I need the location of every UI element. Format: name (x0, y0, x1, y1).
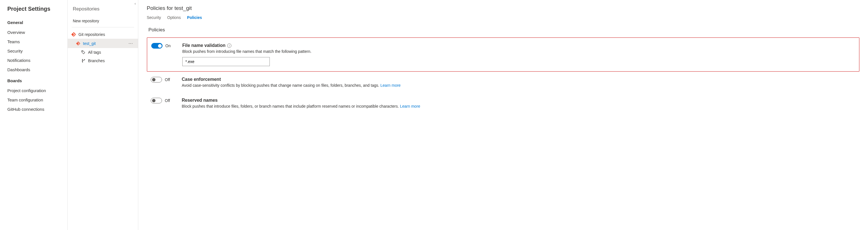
branch-icon (81, 59, 86, 63)
policy-case-enforcement: Off Case enforcement Avoid case-sensitiv… (147, 72, 860, 93)
policy-desc-text: Block pushes that introduce files, folde… (182, 104, 400, 109)
policy-file-name-validation: On File name validation i Block pushes f… (147, 37, 860, 72)
toggle-state-label: Off (165, 98, 170, 103)
policy-desc-text: Avoid case-sensitivity conflicts by bloc… (182, 83, 380, 88)
nav-item-dashboards[interactable]: Dashboards (4, 65, 63, 74)
file-name-pattern-input[interactable] (182, 57, 270, 66)
info-icon[interactable]: i (227, 44, 231, 48)
toggle-state-label: Off (165, 78, 170, 82)
toggle-file-name-validation[interactable] (151, 43, 162, 49)
tab-security[interactable]: Security (147, 15, 161, 21)
tree-label: Git repositories (79, 32, 134, 37)
nav-item-teams[interactable]: Teams (4, 37, 63, 46)
nav-group-general: General (4, 20, 63, 25)
tab-bar: Security Options Policies (147, 15, 860, 21)
divider (72, 27, 134, 27)
repository-tree: Git repositories test_git ⋯ All tags Bra… (68, 29, 138, 65)
policy-name: Case enforcement (182, 77, 856, 82)
learn-more-link[interactable]: Learn more (380, 83, 401, 88)
toggle-state-label: On (165, 44, 171, 48)
policies-section-title: Policies (148, 27, 860, 33)
policy-name: Reserved names (182, 98, 856, 103)
policy-description: Avoid case-sensitivity conflicts by bloc… (182, 83, 856, 88)
policy-name-text: Reserved names (182, 98, 218, 103)
nav-item-notifications[interactable]: Notifications (4, 56, 63, 65)
tree-repo-test-git[interactable]: test_git ⋯ (68, 39, 138, 48)
toggle-case-enforcement[interactable] (151, 77, 162, 83)
tree-root-git-repositories[interactable]: Git repositories (68, 30, 138, 39)
nav-item-github-connections[interactable]: GitHub connections (4, 105, 63, 114)
git-icon (71, 32, 76, 37)
more-options-icon[interactable]: ⋯ (127, 41, 134, 46)
tab-options[interactable]: Options (167, 15, 181, 21)
policies-for-title: Policies for test_git (147, 5, 860, 11)
collapse-panel-icon[interactable]: ‹ (134, 2, 136, 6)
policy-name: File name validation i (182, 43, 855, 48)
tab-policies[interactable]: Policies (187, 15, 202, 21)
tree-label: Branches (88, 58, 134, 63)
learn-more-link[interactable]: Learn more (400, 104, 421, 109)
tree-label: All tags (88, 50, 134, 55)
policy-description: Block pushes from introducing file names… (182, 49, 855, 54)
nav-item-overview[interactable]: Overview (4, 28, 63, 37)
main-content: Policies for test_git Security Options P… (138, 0, 868, 230)
nav-item-project-configuration[interactable]: Project configuration (4, 86, 63, 95)
policy-reserved-names: Off Reserved names Block pushes that int… (147, 93, 860, 114)
policy-name-text: File name validation (182, 43, 225, 48)
tree-label: test_git (83, 41, 127, 46)
new-repository-button[interactable]: New repository (68, 16, 138, 27)
repositories-title: Repositories (68, 0, 138, 16)
policy-description: Block pushes that introduce files, folde… (182, 104, 856, 109)
repositories-panel: ‹ Repositories New repository Git reposi… (68, 0, 138, 230)
project-settings-nav: Project Settings General Overview Teams … (0, 0, 68, 230)
tag-icon (81, 50, 86, 54)
nav-item-security[interactable]: Security (4, 46, 63, 56)
git-icon (75, 41, 81, 46)
nav-item-team-configuration[interactable]: Team configuration (4, 95, 63, 105)
toggle-reserved-names[interactable] (151, 98, 162, 104)
tree-all-tags[interactable]: All tags (68, 48, 138, 57)
tree-branches[interactable]: Branches (68, 57, 138, 65)
nav-group-boards: Boards (4, 78, 63, 83)
policy-name-text: Case enforcement (182, 77, 221, 82)
page-title: Project Settings (4, 6, 63, 12)
